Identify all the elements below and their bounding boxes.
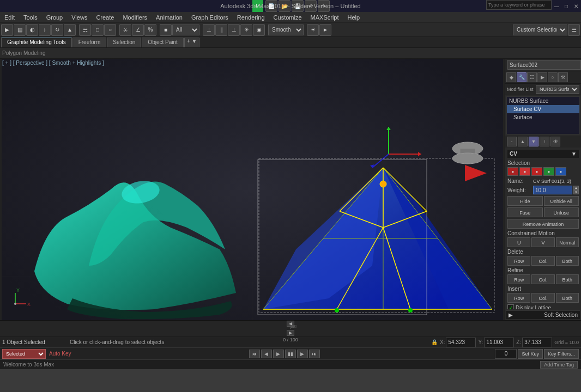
mirror-tool[interactable]: ⊥: [203, 24, 215, 36]
insert-col-button[interactable]: Col.: [531, 293, 554, 303]
scale-tool[interactable]: ▲: [64, 24, 76, 36]
sel-icon-red1[interactable]: ●: [507, 167, 518, 176]
z-coord-input[interactable]: [522, 338, 552, 347]
modifier-list-dropdown[interactable]: NURBS Surface: [536, 85, 579, 94]
key-filters-button[interactable]: Key Filters...: [544, 349, 579, 359]
weight-spinner[interactable]: ▲ ▼: [573, 186, 579, 194]
isolate[interactable]: ◉: [253, 24, 265, 36]
filter-select[interactable]: All: [172, 24, 199, 35]
mod-list-icon[interactable]: ⁝: [540, 137, 549, 146]
select-region[interactable]: ▧: [14, 24, 26, 36]
fuse-button[interactable]: Fuse: [507, 207, 543, 217]
unfuse-button[interactable]: Unfuse: [544, 207, 579, 217]
tab-object-paint[interactable]: Object Paint: [142, 38, 183, 47]
insert-both-button[interactable]: Both: [556, 293, 579, 303]
angle-snap[interactable]: ∠: [132, 24, 144, 36]
refine-row-button[interactable]: Row: [507, 274, 530, 284]
sel-icon-green[interactable]: ●: [543, 167, 554, 176]
menu-customize[interactable]: Customize: [269, 12, 306, 22]
mod-down-icon[interactable]: ▼: [529, 137, 538, 146]
create-icon[interactable]: ◆: [506, 72, 516, 82]
minimize-button[interactable]: —: [552, 0, 561, 12]
menu-rendering[interactable]: Rendering: [233, 12, 269, 22]
mod-show-icon[interactable]: 👁: [550, 137, 560, 146]
place-highlight[interactable]: ☀: [240, 24, 252, 36]
close-button[interactable]: ✕: [571, 0, 581, 12]
menu-create[interactable]: Create: [92, 12, 118, 22]
mod-pin-icon[interactable]: ‐: [507, 137, 517, 146]
menu-help[interactable]: Help: [343, 12, 365, 22]
hierarchy-icon[interactable]: ☷: [527, 72, 537, 82]
hide-button[interactable]: Hide: [507, 196, 543, 206]
display-icon[interactable]: ○: [548, 72, 558, 82]
go-end-button[interactable]: ⏭: [309, 350, 320, 358]
set-key-button[interactable]: Set Key: [518, 349, 543, 359]
menu-maxscript[interactable]: MAXScript: [306, 12, 343, 22]
remove-animation-button[interactable]: Remove Animation: [507, 219, 579, 229]
select-tool[interactable]: ▶: [1, 24, 13, 36]
menu-tools[interactable]: Tools: [19, 12, 42, 22]
selection-filter[interactable]: Custom Selection: [513, 24, 567, 35]
modify-icon[interactable]: 🔧: [517, 72, 526, 82]
lasso-select[interactable]: ◐: [26, 24, 38, 36]
insert-row-button[interactable]: Row: [507, 293, 530, 303]
prev-frame-button[interactable]: ◀: [261, 350, 272, 358]
menu-animation[interactable]: Animation: [152, 12, 187, 22]
named-sel[interactable]: ■: [160, 24, 172, 36]
object-name-input[interactable]: [507, 60, 581, 70]
normal-button[interactable]: Normal: [556, 237, 579, 247]
mod-up-icon[interactable]: ▲: [518, 137, 528, 146]
layer-manager[interactable]: ☰: [568, 24, 580, 36]
stop-button[interactable]: ▮▮: [285, 350, 296, 358]
modifier-surface-cv[interactable]: Surface CV: [507, 105, 579, 113]
play-button[interactable]: ▶: [273, 350, 284, 358]
align-tool[interactable]: ∥: [215, 24, 227, 36]
menu-edit[interactable]: Edit: [0, 12, 19, 22]
delete-both-button[interactable]: Both: [556, 256, 579, 266]
delete-col-button[interactable]: Col.: [531, 256, 554, 266]
u-button[interactable]: U: [507, 237, 530, 247]
tab-freeform[interactable]: Freeform: [72, 38, 107, 47]
menu-views[interactable]: Views: [67, 12, 92, 22]
soft-selection-toggle[interactable]: ▶ Soft Selection: [506, 310, 580, 319]
tab-more[interactable]: + ▼: [184, 38, 200, 47]
weight-input[interactable]: [533, 186, 572, 194]
normal-align[interactable]: ⊥: [228, 24, 240, 36]
view-select[interactable]: Smooth: [268, 24, 304, 35]
menu-modifiers[interactable]: Modifiers: [118, 12, 152, 22]
move-tool[interactable]: ↕: [39, 24, 51, 36]
tab-graphite[interactable]: Graphite Modeling Tools: [1, 38, 72, 47]
v-button[interactable]: V: [531, 237, 554, 247]
utilities-icon[interactable]: ⚒: [558, 72, 568, 82]
unhide-all-button[interactable]: Unhide All: [544, 196, 579, 206]
menu-group[interactable]: Group: [42, 12, 68, 22]
percent-snap[interactable]: %: [144, 24, 156, 36]
auto-key-select[interactable]: Selected: [2, 349, 46, 359]
maximize-button[interactable]: □: [561, 0, 571, 12]
timeline-range[interactable]: 10 20 30 40 50 60 70 80 90 100: [290, 328, 291, 329]
add-time-tag-button[interactable]: Add Time Tag: [540, 361, 578, 369]
rotate-tool[interactable]: ↻: [51, 24, 63, 36]
sel-icon-blue[interactable]: ●: [555, 167, 566, 176]
modifier-surface[interactable]: Surface: [507, 113, 579, 121]
next-frame-button[interactable]: ▶: [297, 350, 308, 358]
viewport[interactable]: [ + ] [ Perspective ] [ Smooth + Highlig…: [0, 59, 505, 320]
render-setup[interactable]: ☀: [307, 24, 319, 36]
menu-graph-editors[interactable]: Graph Editors: [187, 12, 233, 22]
x-coord-input[interactable]: [446, 338, 476, 347]
sel-icon-red3[interactable]: ●: [531, 167, 542, 176]
timeline-fwd-btn[interactable]: ▶: [287, 330, 294, 336]
rect-select[interactable]: □: [92, 24, 104, 36]
modifier-nurbs[interactable]: NURBS Surface: [507, 97, 579, 105]
display-lattice-checkbox[interactable]: ✓: [507, 304, 514, 309]
y-coord-input[interactable]: [484, 338, 514, 347]
select-by-name[interactable]: ☵: [79, 24, 91, 36]
refine-col-button[interactable]: Col.: [531, 274, 554, 284]
tab-selection[interactable]: Selection: [107, 38, 141, 47]
search-input[interactable]: [486, 0, 552, 10]
frame-input[interactable]: [495, 349, 517, 359]
render-btn[interactable]: ►: [319, 24, 331, 36]
snap-toggle[interactable]: ⚹: [119, 24, 131, 36]
sel-icon-red2[interactable]: ●: [519, 167, 530, 176]
motion-icon[interactable]: ▶: [537, 72, 547, 82]
